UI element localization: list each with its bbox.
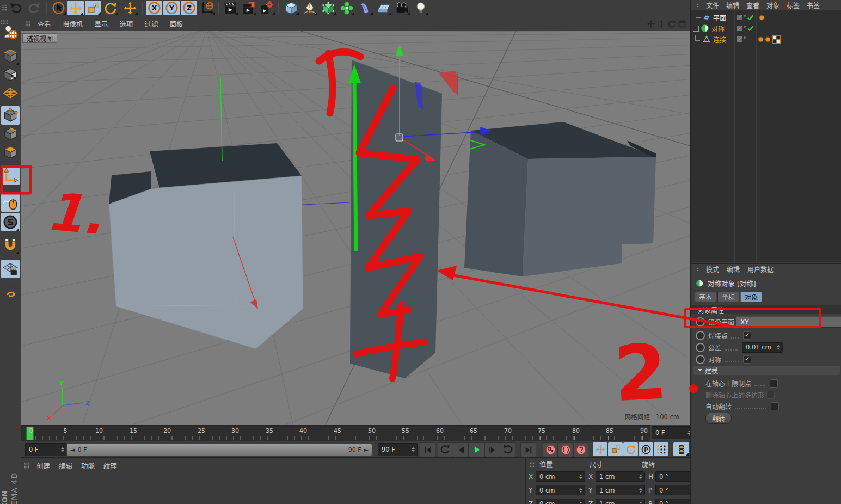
rot-b-field[interactable]: 0 ° xyxy=(655,499,691,504)
symmetry-plane-object[interactable] xyxy=(350,60,442,378)
pos-z-field[interactable]: 0 cm xyxy=(536,499,585,504)
object-row-plane[interactable]: 平面 xyxy=(691,12,841,23)
keyframe-options-button[interactable] xyxy=(573,442,588,457)
prev-frame-button[interactable] xyxy=(453,442,469,457)
phong-tag-icon[interactable] xyxy=(759,15,765,21)
lock-workplane-button[interactable] xyxy=(1,260,20,278)
view-label-chip[interactable]: 透视视图 xyxy=(22,33,57,43)
timeline-ruler[interactable]: 0 5 10 15 20 25 30 35 40 45 50 55 60 65 … xyxy=(21,425,650,441)
enabled-check-icon[interactable] xyxy=(747,14,754,21)
key-pla-toggle[interactable] xyxy=(654,442,668,456)
timeline-range-slider[interactable]: ◄ 0 F 90 F ► xyxy=(66,443,372,457)
y-axis-lock-button[interactable]: Y xyxy=(163,1,180,15)
add-environment-button[interactable] xyxy=(376,1,392,15)
z-axis-lock-button[interactable]: Z xyxy=(181,1,197,15)
move-tool-button[interactable] xyxy=(67,1,84,15)
material-manager-grip[interactable] xyxy=(24,462,30,469)
enabled-check-icon[interactable] xyxy=(747,25,754,32)
magnet-snap-button[interactable] xyxy=(1,236,20,254)
coordinate-manager-grip[interactable] xyxy=(530,460,535,466)
layer-box-icon[interactable] xyxy=(737,15,742,20)
range-right-arrow-icon[interactable]: ► xyxy=(364,446,369,453)
attribute-manager-grip[interactable] xyxy=(695,266,700,272)
rot-p-field[interactable]: 0 ° xyxy=(655,485,691,495)
viewport-menu-camera[interactable]: 摄像机 xyxy=(63,19,83,29)
add-light-button[interactable] xyxy=(413,1,429,15)
key-position-toggle[interactable] xyxy=(593,442,607,456)
om-menu-file[interactable]: 文件 xyxy=(706,1,719,10)
delete-polygons-checkbox[interactable] xyxy=(766,391,775,399)
current-frame-field[interactable]: 0 F xyxy=(25,443,67,456)
layer-box-icon[interactable] xyxy=(737,36,742,42)
render-queue-button[interactable] xyxy=(673,442,689,456)
object-row-connect[interactable]: 连接 xyxy=(691,34,841,45)
live-selection-button[interactable] xyxy=(50,1,66,15)
autokey-button[interactable] xyxy=(558,442,573,457)
animation-dot-icon[interactable] xyxy=(696,317,705,327)
make-editable-button[interactable] xyxy=(1,23,20,41)
tab-coordinates[interactable]: 坐标 xyxy=(717,292,739,302)
viewport-menu-view[interactable]: 查看 xyxy=(38,19,51,29)
scale-tool-button[interactable] xyxy=(85,1,101,15)
texture-tag-icon[interactable] xyxy=(772,35,781,44)
viewport-pan-icon[interactable] xyxy=(647,20,655,28)
model-mode-button[interactable] xyxy=(1,47,20,65)
weld-points-checkbox[interactable] xyxy=(743,331,751,340)
play-button[interactable] xyxy=(468,442,485,457)
modeling-section-header[interactable]: 建模 xyxy=(693,366,840,375)
viewport-rotate-icon[interactable] xyxy=(668,20,676,28)
object-manager-grip[interactable] xyxy=(695,2,700,8)
tab-object[interactable]: 对象 xyxy=(740,292,762,302)
size-x-field[interactable]: 1 cm xyxy=(596,471,645,482)
am-menu-edit[interactable]: 编辑 xyxy=(727,265,740,274)
add-camera-button[interactable] xyxy=(394,1,410,15)
record-keyframe-button[interactable] xyxy=(543,442,558,457)
tab-basic[interactable]: 基本 xyxy=(695,292,716,302)
visibility-dot-icon[interactable] xyxy=(744,15,746,17)
rot-h-field[interactable]: 0 ° xyxy=(655,471,691,482)
rotate-workplane-button[interactable] xyxy=(1,280,20,299)
size-y-field[interactable]: 1 cm xyxy=(596,485,645,495)
material-menu-texture[interactable]: 纹理 xyxy=(103,460,117,471)
add-subdivision-surface-button[interactable] xyxy=(320,1,336,15)
visibility-dot-icon[interactable] xyxy=(744,26,746,28)
redo-button[interactable] xyxy=(26,1,42,15)
om-menu-object[interactable]: 对象 xyxy=(766,1,779,10)
polygon-mode-button[interactable] xyxy=(1,143,20,162)
auto-flip-checkbox[interactable] xyxy=(771,402,779,410)
viewport-menu-panel[interactable]: 面板 xyxy=(170,19,183,29)
tolerance-field[interactable]: 0.01 cm xyxy=(742,342,783,353)
viewport[interactable]: Y Z X 透视视图 网格间距 : 100 cm xyxy=(21,31,690,425)
texture-mode-button[interactable] xyxy=(1,65,20,84)
om-menu-bookmark[interactable]: 书签 xyxy=(807,1,820,10)
visibility-dot-icon[interactable] xyxy=(744,36,746,39)
flip-button[interactable]: 翻转 xyxy=(705,413,732,424)
points-mode-button[interactable] xyxy=(1,106,20,125)
workplane-mode-button[interactable] xyxy=(1,84,20,102)
animation-dot-icon[interactable] xyxy=(696,343,705,352)
undo-button[interactable] xyxy=(8,1,24,15)
rotate-tool-button[interactable] xyxy=(102,1,119,15)
pos-x-field[interactable]: 0 cm xyxy=(536,471,585,482)
key-parameter-toggle[interactable]: P xyxy=(639,442,653,456)
animation-dot-icon[interactable] xyxy=(696,355,705,364)
edge-mode-button[interactable] xyxy=(1,125,20,143)
render-settings-button[interactable] xyxy=(259,1,275,15)
key-scale-toggle[interactable] xyxy=(608,442,623,456)
prev-key-button[interactable] xyxy=(438,442,453,457)
render-to-picture-viewer-button[interactable] xyxy=(241,1,257,15)
enable-axis-button[interactable] xyxy=(1,167,20,185)
end-frame-field[interactable]: 90 F xyxy=(378,443,418,456)
render-view-button[interactable] xyxy=(222,1,238,15)
pos-y-field[interactable]: 0 cm xyxy=(536,485,585,495)
mirror-plane-dropdown[interactable]: XY xyxy=(736,316,841,328)
key-rotation-toggle[interactable] xyxy=(623,442,638,456)
global-move-button[interactable] xyxy=(122,1,138,15)
range-left-arrow-icon[interactable]: ◄ xyxy=(70,446,75,453)
add-spline-pen-button[interactable] xyxy=(302,1,318,15)
add-primitive-cube-button[interactable] xyxy=(283,1,299,15)
om-menu-view[interactable]: 查看 xyxy=(746,1,759,10)
toolbar-grip[interactable] xyxy=(1,4,7,11)
next-frame-button[interactable] xyxy=(484,442,500,457)
restrict-points-checkbox[interactable] xyxy=(770,379,778,388)
